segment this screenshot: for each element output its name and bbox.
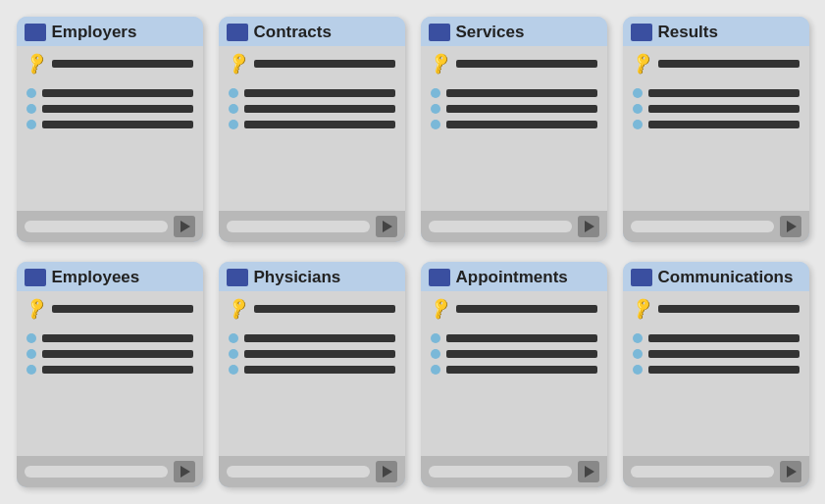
- card-title-communications: Communications: [658, 268, 794, 287]
- footer-bar-physicians: [227, 466, 370, 478]
- row-key-employees: 🔑: [26, 299, 193, 318]
- dot-icon3-employers: [26, 120, 36, 129]
- play-button-contracts[interactable]: [376, 216, 397, 237]
- key-icon-communications: 🔑: [629, 295, 655, 321]
- card-footer-appointments: [421, 456, 607, 487]
- card-physicians[interactable]: Physicians 🔑: [219, 262, 405, 487]
- dot-icon2-appointments: [431, 349, 440, 359]
- play-triangle-contracts: [383, 221, 392, 232]
- row-key-appointments: 🔑: [431, 299, 597, 318]
- card-body-employers: 🔑: [17, 46, 203, 211]
- play-triangle-physicians: [383, 466, 392, 478]
- card-footer-services: [421, 211, 607, 242]
- row-key-results: 🔑: [633, 54, 799, 73]
- footer-bar-appointments: [429, 466, 572, 478]
- dot-icon3-services: [431, 120, 440, 129]
- key-icon-services: 🔑: [427, 50, 453, 76]
- play-triangle-services: [585, 221, 594, 232]
- line2-employees: [42, 334, 193, 342]
- play-triangle-appointments: [585, 466, 594, 478]
- line4-employers: [42, 121, 193, 128]
- footer-bar-communications: [631, 466, 774, 478]
- header-square-physicians: [227, 269, 248, 286]
- row-dot1-communications: [633, 333, 799, 343]
- line1-employees: [52, 305, 193, 313]
- line3-physicians: [244, 350, 395, 358]
- play-button-employers[interactable]: [174, 216, 195, 237]
- footer-bar-results: [631, 221, 774, 232]
- line3-employees: [42, 350, 193, 358]
- line1-employers: [52, 60, 193, 68]
- dot-icon1-services: [431, 88, 440, 98]
- dot-icon2-employers: [26, 104, 36, 114]
- row-dot1-contracts: [229, 88, 395, 98]
- play-button-results[interactable]: [780, 216, 801, 237]
- line2-employers: [42, 89, 193, 97]
- dot-icon2-results: [633, 104, 643, 114]
- card-title-appointments: Appointments: [456, 268, 568, 287]
- row-dot2-contracts: [229, 104, 395, 114]
- row-dot3-services: [431, 120, 597, 129]
- card-appointments[interactable]: Appointments 🔑: [421, 262, 607, 487]
- line3-results: [648, 105, 799, 113]
- row-dot2-physicians: [229, 349, 395, 359]
- card-header-services: Services: [421, 17, 607, 46]
- card-footer-employers: [17, 211, 203, 242]
- card-body-appointments: 🔑: [421, 291, 607, 456]
- card-header-results: Results: [623, 17, 809, 46]
- line4-appointments: [446, 366, 597, 374]
- card-title-employees: Employees: [52, 268, 140, 287]
- card-employees[interactable]: Employees 🔑: [17, 262, 203, 487]
- row-dot3-appointments: [431, 365, 597, 375]
- row-dot1-results: [633, 88, 799, 98]
- header-square-results: [631, 24, 652, 41]
- line2-contracts: [244, 89, 395, 97]
- play-button-services[interactable]: [578, 216, 599, 237]
- play-button-communications[interactable]: [780, 461, 801, 482]
- card-body-communications: 🔑: [623, 291, 809, 456]
- row-dot3-employees: [26, 365, 193, 375]
- line2-communications: [648, 334, 799, 342]
- line4-employees: [42, 366, 193, 374]
- header-square-contracts: [227, 24, 248, 41]
- card-body-services: 🔑: [421, 46, 607, 211]
- key-icon-results: 🔑: [629, 50, 655, 76]
- key-icon-employers: 🔑: [23, 50, 49, 76]
- footer-bar-employees: [25, 466, 168, 478]
- card-communications[interactable]: Communications 🔑: [623, 262, 809, 487]
- card-footer-physicians: [219, 456, 405, 487]
- dot-icon3-results: [633, 120, 643, 129]
- card-results[interactable]: Results 🔑: [623, 17, 809, 242]
- line3-communications: [648, 350, 799, 358]
- dot-icon3-appointments: [431, 365, 440, 375]
- dot-icon2-physicians: [229, 349, 238, 359]
- card-body-contracts: 🔑: [219, 46, 405, 211]
- line4-contracts: [244, 121, 395, 128]
- line2-results: [648, 89, 799, 97]
- header-square-employers: [25, 24, 46, 41]
- card-footer-communications: [623, 456, 809, 487]
- card-contracts[interactable]: Contracts 🔑: [219, 17, 405, 242]
- card-services[interactable]: Services 🔑: [421, 17, 607, 242]
- play-triangle-employers: [180, 221, 190, 232]
- dot-icon1-employers: [26, 88, 36, 98]
- card-body-results: 🔑: [623, 46, 809, 211]
- card-footer-employees: [17, 456, 203, 487]
- play-button-physicians[interactable]: [376, 461, 397, 482]
- row-dot2-results: [633, 104, 799, 114]
- key-icon-appointments: 🔑: [427, 295, 453, 321]
- card-employers[interactable]: Employers 🔑: [17, 17, 203, 242]
- row-dot3-physicians: [229, 365, 395, 375]
- line1-physicians: [254, 305, 395, 313]
- row-dot1-employers: [26, 88, 193, 98]
- line4-services: [446, 121, 597, 128]
- line3-contracts: [244, 105, 395, 113]
- play-button-appointments[interactable]: [578, 461, 599, 482]
- row-dot2-communications: [633, 349, 799, 359]
- dot-icon3-physicians: [229, 365, 238, 375]
- header-square-services: [429, 24, 450, 41]
- play-button-employees[interactable]: [174, 461, 195, 482]
- line1-appointments: [456, 305, 597, 313]
- dot-icon3-employees: [26, 365, 36, 375]
- card-header-communications: Communications: [623, 262, 809, 291]
